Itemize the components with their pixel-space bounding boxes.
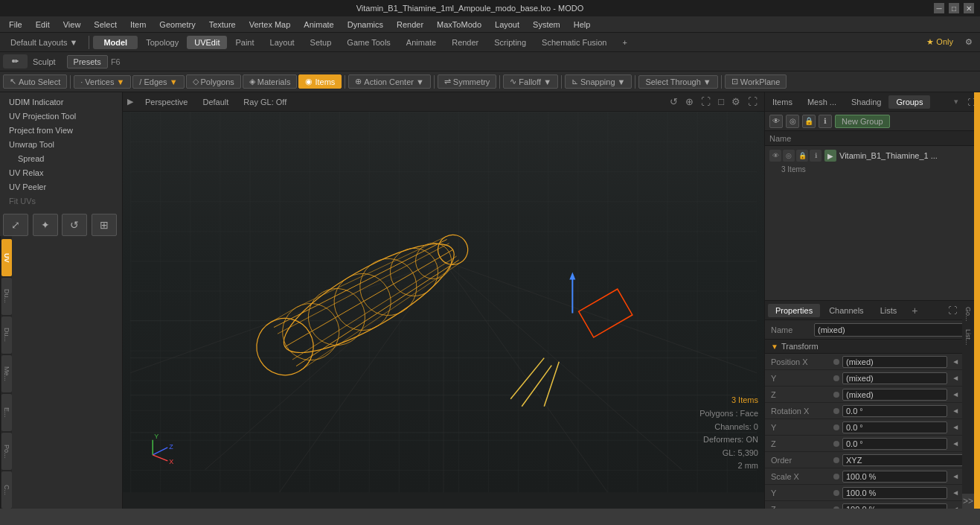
tab-model[interactable]: Model xyxy=(93,36,138,49)
scale-x-dot[interactable] xyxy=(833,474,839,480)
viewport-canvas[interactable]: Z Y X 3 Items Polygons : Face Channels: … xyxy=(123,112,764,492)
menu-layout[interactable]: Layout xyxy=(489,19,525,31)
position-x-dot[interactable] xyxy=(833,359,839,365)
tab-topology[interactable]: Topology xyxy=(138,36,186,49)
items-render-button[interactable]: ◎ xyxy=(786,115,799,128)
scale-x-value[interactable]: 100.0 % xyxy=(842,471,947,483)
vp-orbit-icon[interactable]: ↺ xyxy=(667,95,680,109)
falloff-button[interactable]: ∿ Falloff ▼ xyxy=(503,74,558,89)
row-eye-icon[interactable]: 👁 xyxy=(769,150,781,162)
menu-vertexmap[interactable]: Vertex Map xyxy=(243,19,297,31)
default-button[interactable]: Default xyxy=(196,96,234,108)
default-layouts-dropdown[interactable]: Default Layouts ▼ xyxy=(3,36,85,49)
snapping-button[interactable]: ⊾ Snapping ▼ xyxy=(565,74,632,89)
vp-fit-icon[interactable]: ⛶ xyxy=(699,95,713,109)
tab-uvedit[interactable]: UVEdit xyxy=(187,36,227,49)
rotation-y-dot[interactable] xyxy=(833,424,839,430)
vp-zoom-icon[interactable]: ⊕ xyxy=(683,95,696,109)
right-vtab-go[interactable]: Go... xyxy=(963,304,973,325)
menu-select[interactable]: Select xyxy=(88,19,123,31)
transform-section[interactable]: ▼ Transform xyxy=(765,340,980,354)
vtab-4[interactable]: Me... xyxy=(1,355,12,392)
menu-help[interactable]: Help xyxy=(568,19,597,31)
edges-button[interactable]: / Edges ▼ xyxy=(132,75,184,89)
position-x-value[interactable]: (mixed) xyxy=(842,356,947,368)
workplane-button[interactable]: ⊡ WorkPlane xyxy=(725,74,787,89)
tool-uv-peeler[interactable]: UV Peeler xyxy=(3,180,119,194)
order-value[interactable]: XYZ ▼ xyxy=(842,454,974,466)
menu-view[interactable]: View xyxy=(57,19,87,31)
order-dot[interactable] xyxy=(833,457,839,463)
symmetry-button[interactable]: ⇌ Symmetry xyxy=(438,74,497,89)
rotation-z-value[interactable]: 0.0 ° xyxy=(842,438,947,450)
vtab-2[interactable]: Du... xyxy=(1,278,12,315)
position-y-value[interactable]: (mixed) xyxy=(842,372,947,384)
scale-y-dot[interactable] xyxy=(833,490,839,496)
vp-arrow[interactable]: ▶ xyxy=(127,97,133,106)
rotation-y-value[interactable]: 0.0 ° xyxy=(842,421,947,433)
auto-select-button[interactable]: ↖ Auto Select xyxy=(3,74,67,89)
tab-layout[interactable]: Layout xyxy=(263,36,302,49)
name-value-box[interactable]: (mixed) xyxy=(814,323,974,337)
row-info-icon[interactable]: ℹ xyxy=(810,150,822,162)
select-through-button[interactable]: Select Through ▼ xyxy=(638,75,717,89)
menu-dynamics[interactable]: Dynamics xyxy=(342,19,389,31)
tab-render[interactable]: Render xyxy=(444,36,486,49)
tab-more-button[interactable]: ▾ xyxy=(949,95,963,109)
tool-unwrap[interactable]: Unwrap Tool xyxy=(3,138,119,151)
menu-geometry[interactable]: Geometry xyxy=(153,19,201,31)
scale-x-arrow-icon[interactable]: ◄ xyxy=(950,472,961,480)
items-eye-button[interactable]: 👁 xyxy=(769,115,783,128)
tool-fit-uvs[interactable]: Fit UVs xyxy=(3,194,119,208)
tool-uv-projection[interactable]: UV Projection Tool xyxy=(3,109,119,123)
tree-row-group[interactable]: 👁 ◎ 🔒 ℹ ▶ Vitamin_B1_Thiamine_1 ... xyxy=(766,147,979,164)
row-render-icon[interactable]: ◎ xyxy=(783,150,795,162)
vp-camera-icon[interactable]: □ xyxy=(716,95,726,109)
vp-settings-icon[interactable]: ⚙ xyxy=(729,95,743,109)
polygons-button[interactable]: ◇ Polygons xyxy=(186,74,241,89)
maximize-button[interactable]: □ xyxy=(949,3,959,13)
tab-properties[interactable]: Properties xyxy=(768,304,820,317)
presets-button[interactable]: Presets xyxy=(67,55,108,69)
icon-transform[interactable]: ⤢ xyxy=(3,214,28,236)
rotation-x-value[interactable]: 0.0 ° xyxy=(842,405,947,417)
close-button[interactable]: ✕ xyxy=(964,3,974,13)
icon-rotate[interactable]: ↺ xyxy=(62,214,87,236)
props-expand-icon[interactable]: ⛶ xyxy=(945,303,960,318)
action-center-button[interactable]: ⊕ Action Center ▼ xyxy=(348,74,431,89)
tool-uv-relax[interactable]: UV Relax xyxy=(3,166,119,179)
minimize-button[interactable]: ─ xyxy=(934,3,944,13)
vp-expand-icon[interactable]: ⛶ xyxy=(746,95,760,109)
rotation-z-arrow-icon[interactable]: ◄ xyxy=(950,439,961,448)
vtab-3[interactable]: Du... xyxy=(1,316,12,354)
menu-texture[interactable]: Texture xyxy=(203,19,242,31)
layout-gear-button[interactable]: ⚙ xyxy=(961,35,977,49)
items-info-button[interactable]: ℹ xyxy=(819,115,832,128)
vertices-button[interactable]: · Vertices ▼ xyxy=(74,75,131,89)
menu-item[interactable]: Item xyxy=(124,19,152,31)
position-z-value[interactable]: (mixed) xyxy=(842,389,947,401)
tab-gametools[interactable]: Game Tools xyxy=(339,36,398,49)
position-y-dot[interactable] xyxy=(833,375,839,381)
rotation-y-arrow-icon[interactable]: ◄ xyxy=(950,423,961,431)
position-x-arrow-icon[interactable]: ◄ xyxy=(950,357,961,366)
tab-schematic[interactable]: Schematic Fusion xyxy=(534,36,614,49)
sculpt-tab[interactable]: ✏ xyxy=(3,54,28,69)
scale-z-value[interactable]: 100.0 % xyxy=(842,503,947,509)
vtab-5[interactable]: E... xyxy=(1,394,12,431)
materials-button[interactable]: ◈ Materials xyxy=(243,74,298,89)
tab-scripting[interactable]: Scripting xyxy=(487,36,534,49)
menu-edit[interactable]: Edit xyxy=(30,19,56,31)
right-vtab-list[interactable]: List... xyxy=(963,326,973,349)
tool-project-from-view[interactable]: Project from View xyxy=(3,124,119,137)
scale-y-arrow-icon[interactable]: ◄ xyxy=(950,489,961,497)
position-z-dot[interactable] xyxy=(833,392,839,398)
tab-setup[interactable]: Setup xyxy=(303,36,339,49)
vtab-6[interactable]: Po... xyxy=(1,433,12,470)
props-bottom-expand[interactable]: >> xyxy=(962,494,974,509)
position-z-arrow-icon[interactable]: ◄ xyxy=(950,390,961,398)
tab-animate[interactable]: Animate xyxy=(399,36,443,49)
scale-z-dot[interactable] xyxy=(833,506,839,509)
menu-render[interactable]: Render xyxy=(391,19,429,31)
tool-spread[interactable]: Spread xyxy=(3,152,119,165)
